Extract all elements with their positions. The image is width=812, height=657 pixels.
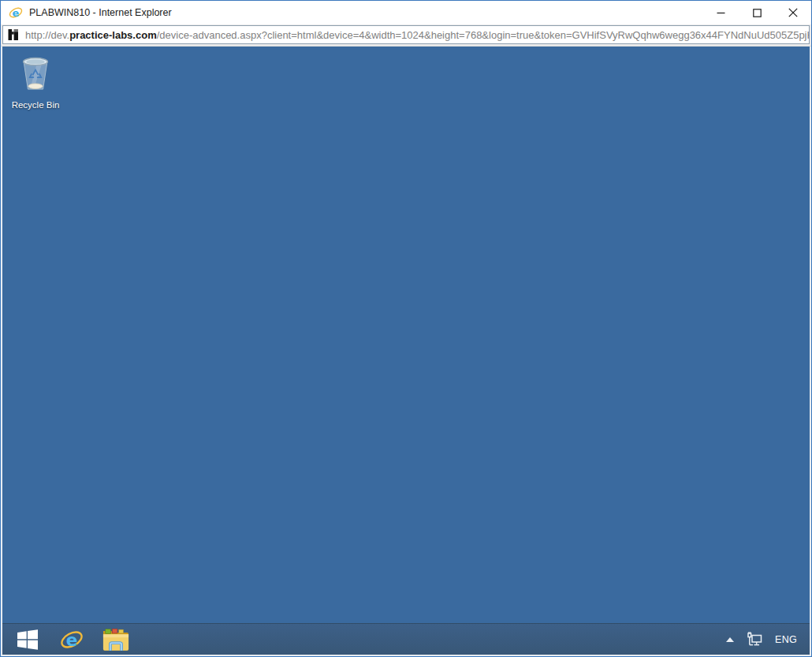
desktop-icon-label: Recycle Bin xyxy=(12,100,60,110)
recycle-bin-icon xyxy=(17,51,54,97)
taskbar-internet-explorer-button[interactable]: e xyxy=(56,624,88,655)
windows-logo-icon xyxy=(17,629,38,650)
desktop[interactable]: Recycle Bin e xyxy=(2,47,810,655)
site-favicon-icon xyxy=(8,29,19,40)
url-path-query: /device-advanced.aspx?client=html&device… xyxy=(157,29,809,41)
maximize-button[interactable] xyxy=(739,1,775,24)
language-indicator[interactable]: ENG xyxy=(775,634,797,645)
taskbar: e xyxy=(2,623,810,655)
network-ethernet-icon[interactable] xyxy=(747,632,762,647)
close-button[interactable] xyxy=(775,1,811,24)
browser-window: e PLABWIN810 - Internet Explorer xyxy=(0,0,812,657)
address-bar[interactable]: http://dev.practice-labs.com/device-adva… xyxy=(2,25,810,44)
hidden-icons-arrow-icon[interactable] xyxy=(726,637,734,642)
svg-text:e: e xyxy=(13,7,20,19)
url-text: http://dev.practice-labs.com/device-adva… xyxy=(25,29,809,41)
start-button[interactable] xyxy=(12,624,43,655)
url-domain: practice-labs.com xyxy=(69,29,157,41)
internet-explorer-icon: e xyxy=(60,628,84,651)
url-prefix: http://dev. xyxy=(25,29,69,41)
window-controls xyxy=(702,1,811,24)
taskbar-file-explorer-button[interactable] xyxy=(100,624,132,655)
minimize-button[interactable] xyxy=(702,1,739,24)
remote-desktop-viewport: Recycle Bin e xyxy=(1,47,811,656)
internet-explorer-icon: e xyxy=(9,6,23,20)
system-tray: ENG xyxy=(726,624,810,655)
window-title: PLABWIN810 - Internet Explorer xyxy=(29,7,702,18)
address-bar-row: http://dev.practice-labs.com/device-adva… xyxy=(1,24,811,47)
desktop-icon-recycle-bin[interactable]: Recycle Bin xyxy=(6,51,65,110)
titlebar: e PLABWIN810 - Internet Explorer xyxy=(1,1,811,24)
svg-text:e: e xyxy=(66,629,78,649)
file-explorer-icon xyxy=(102,627,129,651)
